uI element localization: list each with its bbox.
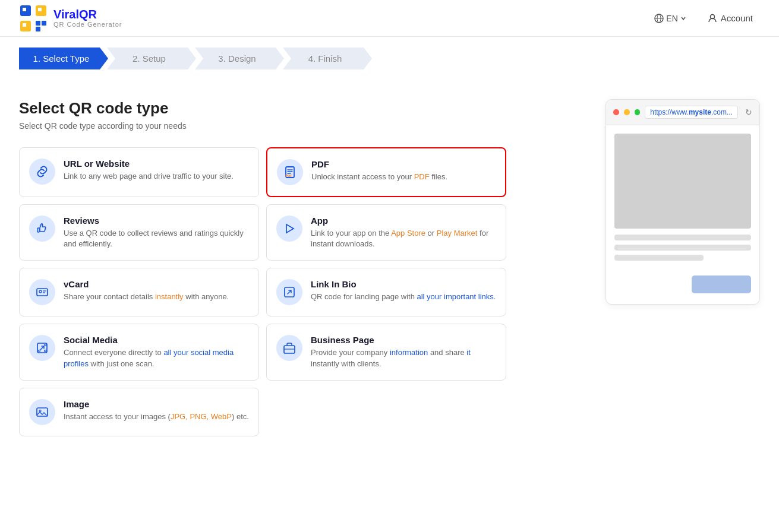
preview-button: [692, 276, 751, 293]
app-desc: Link to your app on the App Store or Pla…: [311, 228, 496, 249]
qr-card-app[interactable]: App Link to your app on the App Store or…: [266, 204, 506, 261]
preview-image: [614, 134, 751, 229]
url-title: URL or Website: [64, 159, 249, 169]
play-icon: [283, 222, 296, 235]
globe-icon: [654, 14, 664, 23]
pdf-title: PDF: [311, 159, 496, 169]
businesspage-icon-bg: [276, 335, 302, 361]
qr-card-url[interactable]: URL or Website Link to any web page and …: [19, 147, 259, 197]
reviews-title: Reviews: [64, 216, 249, 226]
right-panel: https://www.mysite.com... ↻: [605, 99, 760, 436]
app-title: App: [311, 216, 496, 226]
svg-rect-7: [42, 21, 46, 26]
playmarket-highlight: Play Market: [437, 229, 478, 238]
qr-card-pdf[interactable]: PDF PDF Unlock instant access to your PD…: [266, 147, 506, 197]
header-right: EN Account: [654, 10, 760, 27]
svg-point-29: [39, 410, 41, 411]
reviews-card-body: Reviews Use a QR code to collect reviews…: [64, 216, 249, 249]
businesspage-card-body: Business Page Provide your company infor…: [311, 335, 496, 369]
step-4-label: 4. Finish: [308, 53, 342, 64]
businesspage-info-highlight: information: [390, 348, 428, 357]
browser-url: https://www.mysite.com...: [645, 106, 738, 119]
logo[interactable]: ViralQR QR Code Generator: [19, 4, 122, 33]
briefcase-icon: [283, 341, 296, 354]
step-3-label: 3. Design: [218, 53, 256, 64]
reload-icon[interactable]: ↻: [745, 107, 752, 117]
image-icon-bg: [29, 399, 55, 425]
vcard-icon: [36, 286, 49, 299]
linkinbio-title: Link In Bio: [311, 279, 496, 289]
qr-card-socialmedia[interactable]: Social Media Connect everyone directly t…: [19, 324, 259, 380]
linkout-icon: [283, 286, 296, 299]
logo-sub: QR Code Generator: [53, 21, 122, 28]
url-card-body: URL or Website Link to any web page and …: [64, 159, 249, 182]
url-icon-bg: [29, 159, 55, 185]
reviews-desc: Use a QR code to collect reviews and rat…: [64, 228, 249, 249]
qr-card-image[interactable]: Image Instant access to your images (JPG…: [19, 388, 259, 436]
step-3[interactable]: 3. Design: [195, 48, 284, 69]
dot-red: [613, 109, 619, 115]
link-icon: [36, 165, 49, 178]
svg-point-24: [45, 344, 46, 346]
step-1-label: 1. Select Type: [33, 53, 90, 64]
svg-rect-15: [37, 228, 39, 232]
linkinbio-desc: QR code for landing page with all your i…: [311, 292, 496, 302]
reviews-icon-bg: [29, 216, 55, 242]
appstore-highlight: App Store: [391, 229, 425, 238]
linkinbio-card-body: Link In Bio QR code for landing page wit…: [311, 279, 496, 302]
qr-card-reviews[interactable]: Reviews Use a QR code to collect reviews…: [19, 204, 259, 261]
qr-card-vcard[interactable]: vCard Share your contact details instant…: [19, 268, 259, 316]
browser-bar: https://www.mysite.com... ↻: [606, 100, 759, 125]
svg-marker-16: [286, 224, 294, 233]
svg-rect-8: [36, 27, 40, 31]
socialmedia-icon-bg: [29, 335, 55, 361]
svg-rect-1: [23, 8, 26, 11]
main-content: Select QR code type Select QR code type …: [0, 80, 779, 455]
svg-rect-5: [23, 23, 26, 27]
dot-yellow: [624, 109, 630, 115]
linkinbio-icon-bg: [276, 279, 302, 305]
step-2[interactable]: 2. Setup: [107, 48, 196, 69]
left-panel: Select QR code type Select QR code type …: [19, 99, 506, 436]
preview-lines: [606, 235, 759, 273]
image-desc: Instant access to your images (JPG, PNG,…: [64, 411, 249, 422]
svg-point-25: [45, 350, 46, 352]
svg-rect-6: [36, 21, 40, 26]
stepper: 1. Select Type 2. Setup 3. Design 4. Fin…: [0, 37, 779, 80]
preview-btn-area: [606, 273, 759, 304]
svg-point-18: [39, 290, 42, 293]
preview-line-3: [614, 255, 704, 261]
pdf-icon: PDF: [283, 166, 297, 179]
vcard-card-body: vCard Share your contact details instant…: [64, 279, 249, 302]
account-button[interactable]: Account: [701, 10, 760, 27]
image-card-body: Image Instant access to your images (JPG…: [64, 399, 249, 422]
logo-text: ViralQR QR Code Generator: [53, 8, 122, 28]
step-4[interactable]: 4. Finish: [283, 48, 372, 69]
linkinbio-highlight: all your important links: [417, 292, 494, 301]
image-icon: [36, 406, 49, 419]
pdf-highlight: PDF: [414, 172, 430, 181]
url-desc: Link to any web page and drive traffic t…: [64, 171, 249, 182]
qr-card-linkinbio[interactable]: Link In Bio QR code for landing page wit…: [266, 268, 506, 316]
share-icon: [36, 341, 49, 354]
vcard-instantly-highlight: instantly: [155, 292, 184, 301]
image-format-highlight: JPG, PNG, WebP: [171, 412, 232, 421]
step-1[interactable]: 1. Select Type: [19, 48, 108, 69]
logo-brand: ViralQR: [53, 8, 122, 21]
preview-line-1: [614, 235, 751, 240]
vcard-title: vCard: [64, 279, 249, 289]
businesspage-title: Business Page: [311, 335, 496, 345]
user-icon: [708, 14, 717, 23]
account-label: Account: [721, 13, 753, 23]
language-selector[interactable]: EN: [654, 14, 686, 23]
app-icon-bg: [276, 216, 302, 242]
businesspage-desc: Provide your company information and sha…: [311, 347, 496, 369]
app-card-body: App Link to your app on the App Store or…: [311, 216, 496, 249]
qr-card-businesspage[interactable]: Business Page Provide your company infor…: [266, 324, 506, 380]
page-subtitle: Select QR code type according to your ne…: [19, 121, 506, 131]
svg-rect-3: [38, 8, 42, 11]
chevron-down-icon: [680, 15, 686, 21]
pdf-desc: Unlock instant access to your PDF files.: [311, 172, 496, 182]
socialmedia-title: Social Media: [64, 335, 249, 345]
socialmedia-highlight: all your social media profiles: [64, 348, 234, 368]
